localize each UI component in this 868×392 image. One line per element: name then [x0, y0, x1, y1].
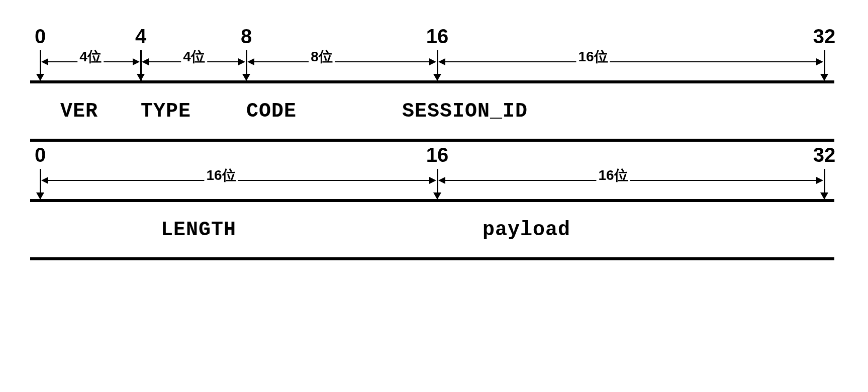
arrow-left-icon — [438, 177, 445, 184]
row1-bit-ruler: 0 4 8 16 32 4位 4位 8位 16位 — [30, 25, 834, 80]
dim-0-16 — [47, 180, 430, 181]
arrow-right-icon — [133, 58, 140, 65]
bit-pos-16: 16 — [426, 25, 449, 48]
dim-16-32 — [444, 61, 817, 62]
packet-format-diagram: 0 4 8 16 32 4位 4位 8位 16位 VER TYPE CODE — [30, 25, 834, 260]
arrow-right-icon — [429, 177, 436, 184]
tick-32 — [824, 50, 825, 80]
field-type: TYPE — [141, 100, 246, 123]
row2-bottom-border — [30, 257, 834, 260]
row1-fields: VER TYPE CODE SESSION_ID — [30, 83, 834, 139]
width-0-16: 16位 — [204, 166, 238, 185]
arrow-right-icon — [238, 58, 245, 65]
tick-4 — [140, 50, 142, 80]
dim-16-32 — [444, 180, 817, 181]
bit-pos-4: 4 — [135, 25, 146, 48]
width-16-32: 16位 — [576, 47, 610, 66]
bit-pos-32: 32 — [813, 144, 836, 166]
width-4-8: 4位 — [181, 47, 207, 66]
row1-bottom-border — [30, 139, 834, 142]
width-0-4: 4位 — [77, 47, 104, 66]
dim-8-16 — [253, 61, 430, 62]
bit-pos-0: 0 — [35, 144, 46, 166]
tick-0 — [40, 50, 41, 80]
arrow-right-icon — [816, 177, 823, 184]
field-ver: VER — [60, 100, 141, 123]
arrow-right-icon — [429, 58, 436, 65]
tick-0 — [40, 169, 41, 199]
tick-16 — [437, 169, 438, 199]
arrow-right-icon — [816, 58, 823, 65]
bit-pos-8: 8 — [241, 25, 252, 48]
width-8-16: 8位 — [309, 47, 335, 66]
row2-fields: LENGTH payload — [30, 202, 834, 257]
field-length: LENGTH — [161, 219, 483, 241]
field-session: SESSION_ID — [402, 100, 528, 123]
arrow-left-icon — [438, 58, 445, 65]
arrow-left-icon — [41, 58, 48, 65]
bit-pos-0: 0 — [35, 25, 46, 48]
tick-32 — [824, 169, 825, 199]
arrow-left-icon — [247, 58, 254, 65]
tick-8 — [246, 50, 247, 80]
row2-bit-ruler: 0 16 32 16位 16位 — [30, 144, 834, 199]
width-16-32: 16位 — [596, 166, 630, 185]
tick-16 — [437, 50, 438, 80]
bit-pos-32: 32 — [813, 25, 836, 48]
field-payload: payload — [483, 219, 570, 241]
field-code: CODE — [246, 100, 402, 123]
arrow-left-icon — [41, 177, 48, 184]
bit-pos-16: 16 — [426, 144, 449, 166]
arrow-left-icon — [142, 58, 149, 65]
